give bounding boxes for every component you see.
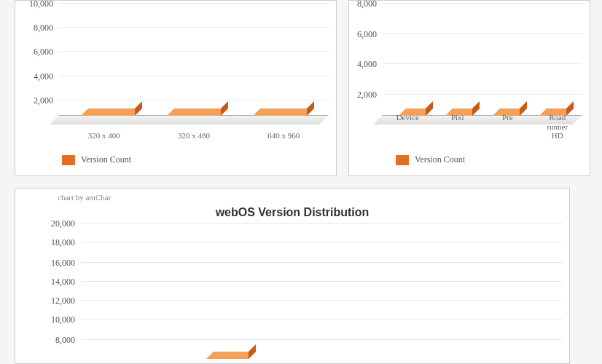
y-tick: 14,000 — [51, 276, 81, 287]
legend: Version Count — [396, 154, 465, 165]
legend: Version Count — [62, 154, 131, 165]
y-tick: 8,000 — [55, 334, 81, 345]
version-plot: 20,000 18,000 16,000 14,000 12,000 10,00… — [81, 223, 562, 359]
legend-label: Version Count — [81, 154, 131, 165]
y-tick: 20,000 — [51, 218, 81, 229]
x-label: Pre — [482, 113, 533, 141]
y-tick: 6,000 — [34, 47, 59, 58]
x-label: 640 x 960 — [239, 131, 329, 141]
y-tick: 2,000 — [34, 95, 59, 106]
x-label: Road runner HD — [533, 113, 583, 141]
resolution-chart-panel: 10,000 8,000 6,000 4,000 2,000 320 x 400… — [15, 0, 337, 176]
dashboard: 10,000 8,000 6,000 4,000 2,000 320 x 400… — [0, 0, 602, 364]
device-plot: 8,000 6,000 4,000 2,000 — [383, 4, 582, 124]
legend-label: Version Count — [415, 154, 465, 165]
y-tick: 12,000 — [51, 296, 81, 306]
y-tick: 10,000 — [29, 0, 59, 9]
x-label: 320 x 400 — [59, 131, 149, 141]
resolution-plot: 10,000 8,000 6,000 4,000 2,000 — [59, 4, 329, 124]
y-tick: 6,000 — [357, 28, 383, 39]
chart-attribution: chart by amChar — [58, 193, 111, 202]
legend-swatch-icon — [396, 155, 409, 165]
y-tick: 2,000 — [357, 89, 383, 100]
y-tick: 18,000 — [51, 237, 81, 248]
device-chart-panel: 8,000 6,000 4,000 2,000 Device Pixi Pre … — [348, 0, 590, 176]
x-label: Pixi — [433, 113, 483, 141]
legend-swatch-icon — [62, 155, 75, 165]
version-chart-panel: chart by amChar webOS Version Distributi… — [15, 188, 570, 364]
y-tick: 10,000 — [51, 314, 81, 325]
y-tick: 8,000 — [34, 23, 59, 33]
y-tick: 8,000 — [357, 0, 383, 9]
y-tick: 16,000 — [51, 257, 81, 268]
x-label: Device — [383, 113, 433, 141]
x-label: 320 x 480 — [149, 131, 238, 141]
chart-title: webOS Version Distribution — [15, 206, 569, 219]
y-tick: 4,000 — [357, 59, 383, 70]
y-tick: 4,000 — [34, 71, 59, 82]
